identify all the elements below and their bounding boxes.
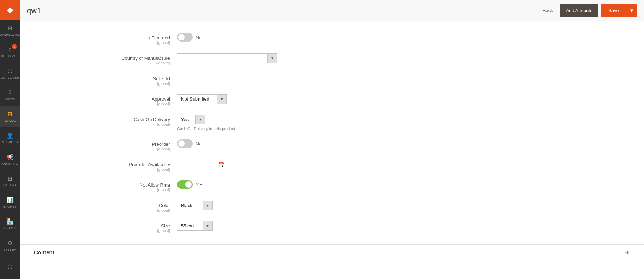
form-row-size: Size [global] 55 cm ▼ (20, 217, 644, 237)
approval-select-wrapper: Not Submited ▼ (177, 94, 227, 104)
form-row-not-allow-rma: Not Allow Rma [global] Yes (20, 176, 644, 196)
country-label: Country of Manufacture [website] (20, 53, 177, 65)
marketing-icon: 📢 (6, 154, 14, 160)
not-allow-rma-toggle-wrapper: Yes (177, 180, 449, 189)
date-input-wrapper: 📅 (177, 160, 227, 169)
sales-icon: $ (8, 89, 11, 96)
sidebar-item-roofcoder[interactable]: ⬡ OOFCODER (0, 63, 20, 84)
back-label: Back (543, 8, 553, 13)
color-control: Black ▼ (177, 201, 449, 210)
preorder-label: Preorder [global] (20, 139, 177, 151)
size-dropdown-btn[interactable]: ▼ (203, 221, 212, 230)
form-row-preorder: Preorder [global] No (20, 135, 644, 155)
sidebar-item-marketing[interactable]: 📢 ARKETING (0, 149, 20, 170)
marketplace-icon: ○ (8, 46, 12, 53)
save-button-group: Save ▼ (601, 4, 637, 17)
marketplace-badge: 0 (12, 44, 17, 49)
add-attribute-button[interactable]: Add Attribute (560, 4, 598, 17)
preorder-toggle-wrapper: No (177, 139, 449, 148)
is-featured-value: No (196, 35, 202, 40)
sidebar-item-customers[interactable]: 👤 STOMERS (0, 127, 20, 149)
approval-value: Not Submited (177, 95, 217, 104)
country-control: ▼ (177, 53, 449, 63)
sidebar-item-content[interactable]: ⊞ ONTENT (0, 170, 20, 192)
approval-dropdown-btn[interactable]: ▼ (217, 95, 226, 104)
content-section[interactable]: Content ⊕ (20, 244, 644, 260)
save-dropdown-button[interactable]: ▼ (626, 4, 637, 17)
sidebar-item-stores[interactable]: 🏪 STORES (0, 213, 20, 235)
sidebar-item-label: STOMERS (2, 140, 18, 144)
main-content: qw1 ← Back Add Attribute Save ▼ Is Featu… (20, 0, 644, 279)
sidebar-item-dashboard[interactable]: ⊞ DASHBOARD (0, 20, 20, 41)
color-select-wrapper: Black ▼ (177, 201, 213, 210)
preorder-value: No (196, 141, 202, 146)
form-row-cash-on-delivery: Cash On Delivery [global] Yes ▼ Cash On … (20, 110, 644, 135)
sidebar-item-label: KET PLACE (1, 54, 19, 58)
size-select-wrapper: 55 cm ▼ (177, 221, 213, 231)
sidebar-logo: ◆ (0, 0, 20, 20)
form-row-is-featured: Is Featured [global] No (20, 29, 644, 49)
calendar-icon[interactable]: 📅 (216, 162, 227, 168)
size-label: Size [global] (20, 221, 177, 233)
country-select[interactable] (177, 54, 267, 63)
not-allow-rma-control: Yes (177, 180, 449, 189)
cash-on-delivery-select-wrapper: Yes ▼ (177, 115, 205, 124)
form-row-color: Color [global] Black ▼ (20, 196, 644, 217)
is-featured-label: Is Featured [global] (20, 33, 177, 45)
color-value: Black (177, 201, 203, 210)
back-button[interactable]: ← Back (532, 6, 557, 15)
cash-on-delivery-value: Yes (177, 115, 195, 124)
catalog-icon: ⊟ (8, 111, 12, 117)
seller-id-control: 0 (177, 74, 449, 85)
form-row-country: Country of Manufacture [website] ▼ (20, 49, 644, 69)
is-featured-control: No (177, 33, 449, 42)
preorder-toggle[interactable] (177, 139, 193, 148)
save-button[interactable]: Save (601, 4, 626, 17)
customers-icon: 👤 (6, 132, 14, 139)
is-featured-toggle-wrapper: No (177, 33, 449, 42)
page-title: qw1 (27, 6, 532, 15)
form-row-approval: Approval [global] Not Submited ▼ (20, 90, 644, 110)
sidebar-item-sales[interactable]: $ SALES (0, 84, 20, 106)
preorder-availability-control: 📅 (177, 160, 449, 169)
sidebar-item-label: ATALOG (4, 119, 16, 122)
approval-control: Not Submited ▼ (177, 94, 449, 104)
sidebar-item-system[interactable]: ⚙ SYSTEM (0, 235, 20, 256)
sidebar-item-label: OOFCODER (0, 76, 19, 80)
preorder-slider (177, 139, 193, 148)
cash-on-delivery-control: Yes ▼ Cash On Delivery for this product (177, 115, 449, 131)
form-row-seller-id: Seller Id [global] 0 (20, 69, 644, 90)
extensions-icon: ⬡ (8, 264, 13, 270)
logo-icon: ◆ (7, 5, 13, 15)
not-allow-rma-toggle[interactable] (177, 180, 193, 189)
cash-on-delivery-dropdown-btn[interactable]: ▼ (195, 115, 205, 124)
sidebar-item-catalog[interactable]: ⊟ ATALOG (0, 106, 20, 127)
back-arrow-icon: ← (537, 8, 541, 13)
not-allow-rma-slider (177, 180, 193, 189)
sidebar-item-extensions[interactable]: ⬡ (0, 256, 20, 278)
approval-label: Approval [global] (20, 94, 177, 106)
content-icon: ⊞ (8, 175, 12, 182)
chevron-down-icon: ▼ (629, 8, 634, 13)
color-dropdown-btn[interactable]: ▼ (203, 201, 212, 210)
cash-on-delivery-label: Cash On Delivery [global] (20, 115, 177, 126)
not-allow-rma-label: Not Allow Rma [global] (20, 180, 177, 192)
preorder-availability-input[interactable] (177, 160, 216, 169)
country-dropdown-btn[interactable]: ▼ (267, 54, 277, 63)
content-section-expand-icon: ⊕ (625, 249, 630, 256)
color-label: Color [global] (20, 201, 177, 212)
sidebar-item-marketplace[interactable]: ○ 0 KET PLACE (0, 41, 20, 63)
form-row-preorder-availability: Preorder Availability [global] 📅 (20, 155, 644, 176)
dashboard-icon: ⊞ (8, 25, 12, 32)
stores-icon: 🏪 (6, 218, 14, 225)
cash-on-delivery-hint: Cash On Delivery for this product (177, 126, 449, 131)
preorder-control: No (177, 139, 449, 148)
is-featured-slider (177, 33, 193, 42)
not-allow-rma-value: Yes (196, 182, 203, 187)
is-featured-toggle[interactable] (177, 33, 193, 42)
sidebar-item-reports[interactable]: 📊 EPORTS (0, 192, 20, 213)
seller-id-input[interactable]: 0 (177, 74, 449, 85)
preorder-availability-label: Preorder Availability [global] (20, 160, 177, 172)
sidebar-item-label: SYSTEM (3, 248, 16, 251)
form-section: Is Featured [global] No Country (20, 21, 644, 244)
